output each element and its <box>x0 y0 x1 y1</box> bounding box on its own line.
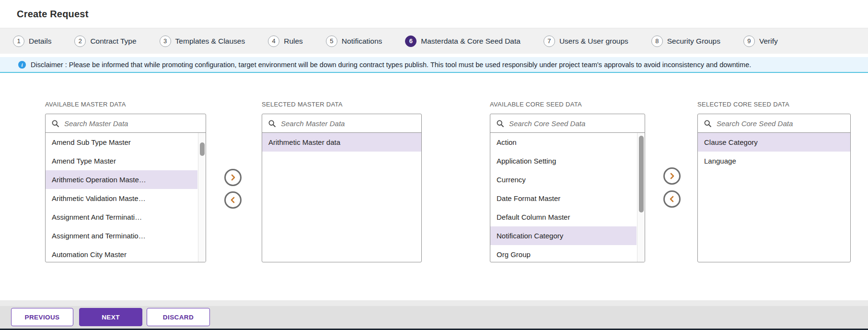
list-item[interactable]: Org Group <box>490 245 637 262</box>
search-row <box>46 114 206 133</box>
selected-core-seed-data-search-input[interactable] <box>717 119 845 128</box>
move-master-data-left-button[interactable] <box>224 191 242 209</box>
search-icon <box>268 119 276 128</box>
panel-label: AVAILABLE CORE SEED DATA <box>490 101 645 108</box>
chevron-left-icon <box>668 195 676 203</box>
wizard-step-bar: 1 Details 2 Contract Type 3 Templates & … <box>0 28 868 54</box>
step-label: Notifications <box>342 37 382 46</box>
panel-box: Arithmetic Master data <box>262 114 422 262</box>
list-item[interactable]: Automation City Master <box>46 245 197 262</box>
list-item[interactable]: Arithmetic Master data <box>262 133 421 152</box>
chevron-right-icon <box>668 172 676 180</box>
disclaimer-banner: i Disclaimer : Please be informed that w… <box>0 57 868 73</box>
panel-available-core-seed-data: AVAILABLE CORE SEED DATA ActionApplicati… <box>490 101 645 262</box>
search-icon <box>704 119 712 128</box>
scrollbar[interactable] <box>198 133 206 262</box>
search-row <box>698 114 850 133</box>
list: Clause CategoryLanguage <box>698 133 850 262</box>
scrollbar-thumb[interactable] <box>200 142 205 156</box>
list-item[interactable]: Currency <box>490 170 637 189</box>
step-label: Templates & Clauses <box>175 37 245 46</box>
step-8-security-groups[interactable]: 8 Security Groups <box>651 35 720 47</box>
search-icon <box>51 119 59 128</box>
available-master-data-search-input[interactable] <box>64 119 200 128</box>
step-label: Rules <box>284 37 303 46</box>
step-2-contract-type[interactable]: 2 Contract Type <box>74 35 136 47</box>
step-7-users-and-user-groups[interactable]: 7 Users & User groups <box>544 35 628 47</box>
step-1-details[interactable]: 1 Details <box>13 35 51 47</box>
list-item[interactable]: Amend Sub Type Master <box>46 133 197 152</box>
page-header: Create Request <box>0 0 868 28</box>
step-number-badge: 3 <box>160 35 171 47</box>
step-number-badge: 9 <box>743 35 755 47</box>
panel-selected-core-seed-data: SELECTED CORE SEED DATA Clause CategoryL… <box>697 101 851 262</box>
step-5-notifications[interactable]: 5 Notifications <box>326 35 382 47</box>
panel-box: Clause CategoryLanguage <box>697 114 851 262</box>
list: ActionApplication SettingCurrencyDate Fo… <box>490 133 645 262</box>
step-number-badge: 1 <box>13 35 24 47</box>
list-item[interactable]: Clause Category <box>698 133 850 152</box>
list-item[interactable]: Action <box>490 133 637 152</box>
list: Amend Sub Type MasterAmend Type MasterAr… <box>46 133 206 262</box>
step-number-badge: 5 <box>326 35 337 47</box>
disclaimer-text: Disclaimer : Please be informed that whi… <box>31 61 751 69</box>
divider <box>0 54 868 57</box>
scrollbar-thumb[interactable] <box>639 136 644 212</box>
step-number-badge: 6 <box>405 35 417 47</box>
create-request-page: Create Request 1 Details 2 Contract Type… <box>0 0 868 330</box>
step-label: Verify <box>759 37 778 46</box>
discard-button[interactable]: DISCARD <box>147 308 210 326</box>
list-item[interactable]: Date Format Master <box>490 189 637 208</box>
step-number-badge: 2 <box>74 35 86 47</box>
panel-label: SELECTED CORE SEED DATA <box>697 101 851 108</box>
list-item[interactable]: Assignment And Terminati… <box>46 208 197 226</box>
search-row <box>262 114 421 133</box>
footer-action-bar: PREVIOUS NEXT DISCARD <box>0 306 868 329</box>
step-label: Users & User groups <box>559 37 628 46</box>
list-item[interactable]: Default Column Master <box>490 208 637 226</box>
move-master-data-right-button[interactable] <box>224 169 242 186</box>
panel-selected-master-data: SELECTED MASTER DATA Arithmetic Master d… <box>262 101 422 262</box>
panel-available-master-data: AVAILABLE MASTER DATA Amend Sub Type Mas… <box>45 101 206 262</box>
list: Arithmetic Master data <box>262 133 421 262</box>
list-item[interactable]: Arithmetic Operation Maste… <box>46 170 197 189</box>
step-number-badge: 8 <box>651 35 663 47</box>
scrollbar[interactable] <box>637 133 645 262</box>
panel-box: Amend Sub Type MasterAmend Type MasterAr… <box>45 114 206 262</box>
move-core-seed-right-button[interactable] <box>663 167 681 185</box>
chevron-left-icon <box>229 196 237 204</box>
panel-label: AVAILABLE MASTER DATA <box>45 101 206 108</box>
step-label: Security Groups <box>667 37 720 46</box>
masterdata-content-card: AVAILABLE MASTER DATA Amend Sub Type Mas… <box>0 73 868 300</box>
list-item[interactable]: Language <box>698 152 850 170</box>
step-number-badge: 7 <box>544 35 555 47</box>
divider <box>0 300 868 306</box>
list-item[interactable]: Arithmetic Validation Maste… <box>46 189 197 208</box>
search-icon <box>496 119 504 128</box>
available-core-seed-data-search-input[interactable] <box>509 119 639 128</box>
step-3-templates-and-clauses[interactable]: 3 Templates & Clauses <box>160 35 245 47</box>
list-item[interactable]: Assignment and Terminatio… <box>46 226 197 245</box>
next-button[interactable]: NEXT <box>79 308 142 326</box>
list-item[interactable]: Amend Type Master <box>46 152 197 170</box>
step-6-masterdata-and-core-seed-data[interactable]: 6 Masterdata & Core Seed Data <box>405 35 521 47</box>
move-core-seed-left-button[interactable] <box>663 190 681 208</box>
panel-label: SELECTED MASTER DATA <box>262 101 422 108</box>
step-number-badge: 4 <box>268 35 279 47</box>
search-row <box>490 114 645 133</box>
chevron-right-icon <box>229 174 237 181</box>
list-item[interactable]: Application Setting <box>490 152 637 170</box>
panel-box: ActionApplication SettingCurrencyDate Fo… <box>490 114 645 262</box>
selected-master-data-search-input[interactable] <box>281 119 416 128</box>
info-icon: i <box>18 61 26 69</box>
step-label: Masterdata & Core Seed Data <box>421 37 521 46</box>
page-title: Create Request <box>17 9 89 20</box>
previous-button[interactable]: PREVIOUS <box>11 308 73 326</box>
step-9-verify[interactable]: 9 Verify <box>743 35 778 47</box>
step-label: Contract Type <box>90 37 136 46</box>
step-4-rules[interactable]: 4 Rules <box>268 35 303 47</box>
list-item[interactable]: Notification Category <box>490 226 637 245</box>
step-label: Details <box>29 37 51 46</box>
